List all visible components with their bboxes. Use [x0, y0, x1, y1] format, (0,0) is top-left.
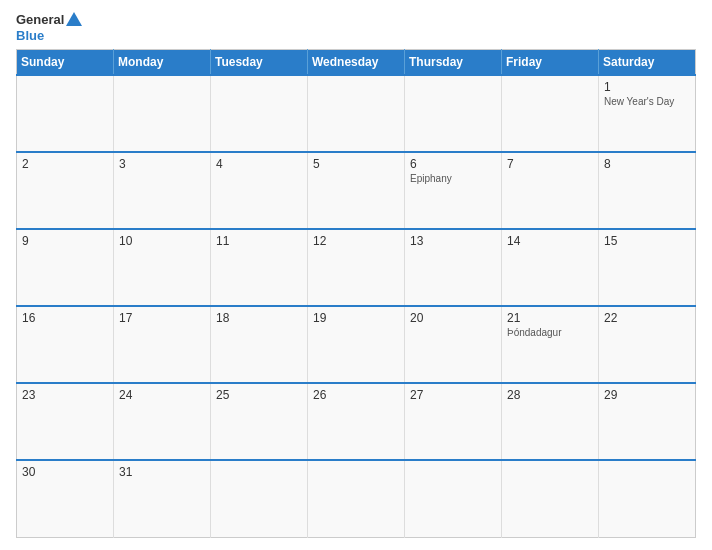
day-number: 5	[313, 157, 399, 171]
day-number: 8	[604, 157, 690, 171]
calendar-cell: 4	[211, 152, 308, 229]
holiday-name: New Year's Day	[604, 96, 690, 107]
calendar-week-row: 3031	[17, 460, 696, 537]
day-number: 27	[410, 388, 496, 402]
calendar-cell: 8	[599, 152, 696, 229]
calendar-cell: 10	[114, 229, 211, 306]
calendar-week-row: 23242526272829	[17, 383, 696, 460]
calendar-cell: 15	[599, 229, 696, 306]
logo: General Blue	[16, 12, 82, 43]
calendar-cell: 21Þóndadagur	[502, 306, 599, 383]
day-number: 14	[507, 234, 593, 248]
calendar-cell	[405, 75, 502, 152]
day-number: 7	[507, 157, 593, 171]
calendar-cell	[308, 460, 405, 537]
calendar-cell	[308, 75, 405, 152]
calendar-day-header: Wednesday	[308, 50, 405, 76]
calendar-cell: 13	[405, 229, 502, 306]
calendar-cell: 5	[308, 152, 405, 229]
day-number: 24	[119, 388, 205, 402]
calendar-day-header: Thursday	[405, 50, 502, 76]
calendar-cell	[502, 460, 599, 537]
calendar-day-header: Sunday	[17, 50, 114, 76]
day-number: 15	[604, 234, 690, 248]
day-number: 3	[119, 157, 205, 171]
calendar-week-row: 23456Epiphany78	[17, 152, 696, 229]
calendar-header-row: SundayMondayTuesdayWednesdayThursdayFrid…	[17, 50, 696, 76]
day-number: 26	[313, 388, 399, 402]
day-number: 23	[22, 388, 108, 402]
calendar-cell: 17	[114, 306, 211, 383]
holiday-name: Epiphany	[410, 173, 496, 184]
calendar-cell: 12	[308, 229, 405, 306]
logo-blue-text: Blue	[16, 28, 82, 44]
calendar-cell: 7	[502, 152, 599, 229]
calendar-cell: 24	[114, 383, 211, 460]
day-number: 17	[119, 311, 205, 325]
day-number: 25	[216, 388, 302, 402]
day-number: 2	[22, 157, 108, 171]
calendar-cell: 20	[405, 306, 502, 383]
day-number: 28	[507, 388, 593, 402]
calendar-cell	[211, 460, 308, 537]
calendar-cell	[17, 75, 114, 152]
calendar-cell	[502, 75, 599, 152]
calendar-cell: 27	[405, 383, 502, 460]
calendar-cell	[211, 75, 308, 152]
day-number: 6	[410, 157, 496, 171]
calendar-cell: 25	[211, 383, 308, 460]
calendar-cell: 26	[308, 383, 405, 460]
logo-triangle-icon	[66, 12, 82, 26]
day-number: 9	[22, 234, 108, 248]
day-number: 21	[507, 311, 593, 325]
calendar-week-row: 9101112131415	[17, 229, 696, 306]
calendar-cell: 1New Year's Day	[599, 75, 696, 152]
calendar-cell: 14	[502, 229, 599, 306]
calendar-day-header: Tuesday	[211, 50, 308, 76]
day-number: 4	[216, 157, 302, 171]
calendar-cell: 23	[17, 383, 114, 460]
day-number: 31	[119, 465, 205, 479]
calendar-cell: 16	[17, 306, 114, 383]
holiday-name: Þóndadagur	[507, 327, 593, 338]
calendar-day-header: Saturday	[599, 50, 696, 76]
calendar-cell: 29	[599, 383, 696, 460]
day-number: 30	[22, 465, 108, 479]
day-number: 29	[604, 388, 690, 402]
calendar-day-header: Monday	[114, 50, 211, 76]
day-number: 11	[216, 234, 302, 248]
calendar-day-header: Friday	[502, 50, 599, 76]
day-number: 18	[216, 311, 302, 325]
day-number: 1	[604, 80, 690, 94]
calendar-cell: 31	[114, 460, 211, 537]
day-number: 12	[313, 234, 399, 248]
calendar-cell: 9	[17, 229, 114, 306]
calendar-cell	[599, 460, 696, 537]
calendar-cell	[405, 460, 502, 537]
day-number: 22	[604, 311, 690, 325]
calendar-week-row: 161718192021Þóndadagur22	[17, 306, 696, 383]
logo-general-text: General	[16, 12, 64, 28]
page-header: General Blue	[16, 12, 696, 43]
calendar-cell: 3	[114, 152, 211, 229]
calendar-week-row: 1New Year's Day	[17, 75, 696, 152]
calendar-table: SundayMondayTuesdayWednesdayThursdayFrid…	[16, 49, 696, 538]
calendar-cell: 2	[17, 152, 114, 229]
calendar-cell: 30	[17, 460, 114, 537]
day-number: 10	[119, 234, 205, 248]
calendar-cell: 6Epiphany	[405, 152, 502, 229]
day-number: 13	[410, 234, 496, 248]
calendar-cell: 11	[211, 229, 308, 306]
calendar-cell: 18	[211, 306, 308, 383]
calendar-cell	[114, 75, 211, 152]
calendar-cell: 28	[502, 383, 599, 460]
day-number: 16	[22, 311, 108, 325]
calendar-cell: 22	[599, 306, 696, 383]
calendar-page: General Blue SundayMondayTuesdayWednesda…	[0, 0, 712, 550]
day-number: 19	[313, 311, 399, 325]
day-number: 20	[410, 311, 496, 325]
calendar-cell: 19	[308, 306, 405, 383]
